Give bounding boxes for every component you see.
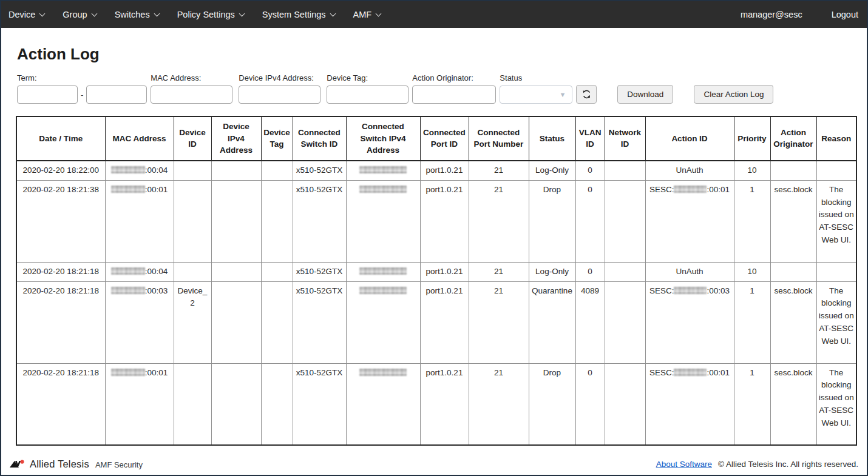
mac-address-label: MAC Address: — [151, 73, 232, 82]
mac-filter-group: MAC Address: — [151, 73, 232, 104]
redacted-value — [674, 369, 707, 376]
cell-device-id — [174, 363, 211, 445]
download-button[interactable]: Download — [617, 85, 673, 104]
device-ipv4-label: Device IPv4 Address: — [239, 73, 320, 82]
top-navbar: DeviceGroupSwitchesPolicy SettingsSystem… — [1, 1, 867, 28]
logged-in-user: manager@sesc — [741, 10, 802, 19]
cell-network-id — [605, 363, 645, 445]
column-header-priority: Priority — [734, 116, 770, 161]
header-row: Date / TimeMAC AddressDevice IDDevice IP… — [16, 116, 856, 161]
action-originator-filter-group: Action Originator: — [412, 73, 496, 104]
cell-connected-port-id: port1.0.21 — [420, 180, 469, 262]
column-header-status: Status — [529, 116, 575, 161]
refresh-icon — [581, 89, 592, 99]
column-header-connected-port-number: Connected Port Number — [469, 116, 529, 161]
cell-vlan-id: 0 — [575, 180, 605, 262]
cell-vlan-id: 4089 — [575, 281, 605, 363]
about-software-link[interactable]: About Software — [656, 460, 712, 469]
menu-item-policy-settings[interactable]: Policy Settings — [177, 10, 244, 19]
cell-action-id: SESC::00:01 — [645, 180, 734, 262]
main-menu: DeviceGroupSwitchesPolicy SettingsSystem… — [8, 10, 381, 19]
menu-item-system-settings[interactable]: System Settings — [262, 10, 335, 19]
cell-mac-address: :00:04 — [105, 161, 174, 180]
cell-action-originator — [770, 262, 816, 281]
filter-bar: Term: - MAC Address: Device IPv4 Address… — [17, 73, 867, 104]
product-name: AMF Security — [95, 460, 143, 469]
cell-connected-port-number: 21 — [469, 262, 529, 281]
mac-address-input[interactable] — [151, 85, 232, 104]
term-to-input[interactable] — [86, 85, 147, 104]
cell-action-originator: sesc.block — [770, 281, 816, 363]
clear-action-log-button[interactable]: Clear Action Log — [694, 85, 773, 104]
cell-connected-switch-id: x510-52GTX — [293, 262, 346, 281]
cell-device-id: Device_2 — [174, 281, 211, 363]
chevron-down-icon — [330, 10, 336, 16]
redacted-value — [674, 287, 707, 294]
cell-vlan-id: 0 — [575, 262, 605, 281]
action-log-table: Date / TimeMAC AddressDevice IDDevice IP… — [16, 116, 857, 446]
table-row: 2020-02-20 18:21:18:00:04x510-52GTXport1… — [16, 262, 856, 281]
cell-reason: The blocking issued on AT-SESC Web UI. — [816, 281, 856, 363]
cell-datetime: 2020-02-20 18:21:18 — [16, 363, 105, 445]
cell-connected-port-number: 21 — [469, 363, 529, 445]
cell-device-id — [174, 161, 211, 180]
device-ipv4-input[interactable] — [239, 85, 320, 104]
term-filter-group: Term: - — [17, 73, 147, 104]
cell-priority: 1 — [734, 281, 770, 363]
cell-connected-port-id: port1.0.21 — [420, 161, 469, 180]
redacted-value — [359, 287, 407, 294]
term-label: Term: — [17, 73, 147, 82]
device-tag-filter-group: Device Tag: — [327, 73, 409, 104]
refresh-button[interactable] — [576, 85, 597, 104]
menu-item-label: Group — [63, 10, 87, 19]
device-tag-label: Device Tag: — [327, 73, 409, 82]
cell-device-tag — [261, 180, 293, 262]
footer-brand: Allied Telesis AMF Security — [10, 458, 143, 470]
cell-connected-switch-id: x510-52GTX — [293, 180, 346, 262]
column-header-vlan-id: VLAN ID — [575, 116, 605, 161]
cell-device-tag — [261, 363, 293, 445]
column-header-network-id: Network ID — [605, 116, 645, 161]
table-row: 2020-02-20 18:21:18:00:03Device_2x510-52… — [16, 281, 856, 363]
menu-item-switches[interactable]: Switches — [115, 10, 159, 19]
cell-device-id — [174, 262, 211, 281]
cell-datetime: 2020-02-20 18:21:38 — [16, 180, 105, 262]
status-select[interactable]: ▼ — [500, 85, 572, 104]
menu-item-label: Policy Settings — [177, 10, 235, 19]
cell-reason — [816, 161, 856, 180]
footer-right: About Software © Allied Telesis Inc. All… — [656, 460, 858, 469]
cell-datetime: 2020-02-20 18:21:18 — [16, 281, 105, 363]
brand-name: Allied Telesis — [30, 458, 89, 470]
copyright-text: © Allied Telesis Inc. All rights reserve… — [718, 460, 858, 469]
chevron-down-icon — [39, 10, 46, 16]
device-tag-input[interactable] — [327, 85, 409, 104]
status-filter-group: Status ▼ — [500, 73, 572, 104]
menu-item-amf[interactable]: AMF — [353, 10, 381, 19]
column-header-reason: Reason — [816, 116, 856, 161]
column-header-connected-switch-id: Connected Switch ID — [293, 116, 346, 161]
cell-priority: 10 — [734, 161, 770, 180]
menu-item-label: AMF — [353, 10, 372, 19]
action-originator-input[interactable] — [412, 85, 496, 104]
logout-button[interactable]: Logout — [832, 10, 858, 19]
redacted-value — [111, 267, 145, 275]
chevron-down-icon — [91, 10, 97, 16]
chevron-down-icon — [376, 10, 382, 16]
redacted-value — [111, 166, 145, 173]
cell-connected-port-id: port1.0.21 — [420, 281, 469, 363]
menu-item-group[interactable]: Group — [63, 10, 96, 19]
cell-connected-port-id: port1.0.21 — [420, 363, 469, 445]
cell-vlan-id: 0 — [575, 363, 605, 445]
cell-device-ipv4 — [211, 363, 261, 445]
menu-item-label: System Settings — [262, 10, 326, 19]
redacted-value — [111, 186, 145, 193]
menu-item-device[interactable]: Device — [8, 10, 44, 19]
allied-telesis-logo-icon — [10, 459, 26, 469]
navbar-right: manager@sesc Logout — [741, 10, 858, 19]
column-header-device-ipv4: Device IPv4 Address — [211, 116, 261, 161]
cell-action-originator: sesc.block — [770, 180, 816, 262]
term-from-input[interactable] — [17, 85, 78, 104]
column-header-datetime: Date / Time — [16, 116, 105, 161]
cell-action-originator — [770, 161, 816, 180]
cell-network-id — [605, 281, 645, 363]
